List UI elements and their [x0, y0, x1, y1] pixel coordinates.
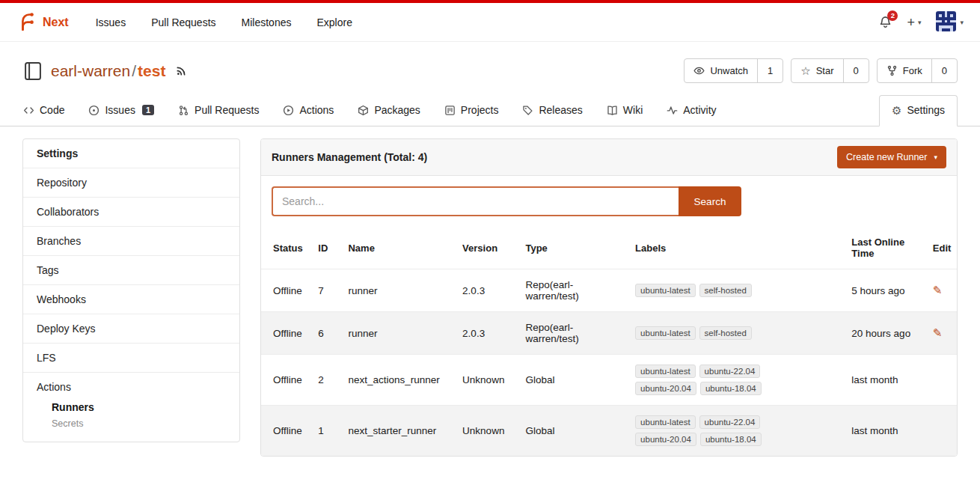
create-new-menu[interactable]: + ▾ — [907, 16, 921, 29]
tab-releases[interactable]: Releases — [521, 97, 583, 126]
pull-request-icon — [178, 105, 189, 116]
runner-last-online: 5 hours ago — [844, 269, 925, 312]
star-icon: ☆ — [800, 65, 810, 76]
repo-owner-link[interactable]: earl-warren — [51, 62, 130, 79]
runner-type: Global — [518, 355, 628, 406]
issues-count-badge: 1 — [142, 105, 154, 115]
sidebar-item-collaborators[interactable]: Collaborators — [23, 197, 239, 226]
runner-name: runner — [340, 312, 455, 355]
col-version: Version — [455, 227, 518, 269]
panel-title: Runners Management (Total: 4) — [272, 151, 427, 163]
runner-row: Offline 7 runner 2.0.3 Repo(earl-warren/… — [261, 269, 957, 312]
label-chip: ubuntu-22.04 — [699, 364, 761, 378]
rss-feed-icon[interactable] — [176, 65, 187, 76]
repo-actions: Unwatch 1 ☆ Star 0 Fork — [684, 58, 958, 83]
label-chip: ubuntu-latest — [635, 415, 696, 429]
forgejo-logo[interactable]: Next — [16, 11, 69, 34]
create-new-runner-button[interactable]: Create new Runner ▾ — [837, 146, 946, 168]
repo-header: earl-warren/test Unwatch 1 — [0, 42, 980, 83]
fork-button-group: Fork 0 — [877, 58, 958, 83]
label-chip: ubuntu-22.04 — [699, 415, 761, 429]
top-navbar: Next Issues Pull Requests Milestones Exp… — [0, 0, 980, 42]
tab-label: Projects — [461, 104, 499, 116]
tab-settings[interactable]: ⚙ Settings — [879, 95, 958, 126]
runner-last-online: 20 hours ago — [844, 312, 925, 355]
fork-button[interactable]: Fork — [878, 59, 932, 82]
tab-label: Code — [40, 104, 64, 116]
label-chip: ubuntu-latest — [635, 326, 696, 340]
runner-labels: ubuntu-latest ubuntu-22.04 ubuntu-20.04 … — [628, 355, 844, 406]
sidebar-actions-label: Actions — [37, 381, 71, 393]
runner-name: next_actions_runner — [340, 355, 455, 406]
edit-pencil-icon[interactable]: ✎ — [933, 284, 943, 296]
user-menu[interactable]: ▾ — [936, 11, 964, 34]
col-id: ID — [310, 227, 340, 269]
sidebar-subitem-secrets[interactable]: Secrets — [52, 415, 226, 432]
runner-labels: ubuntu-latest self-hosted — [628, 269, 844, 312]
runner-row: Offline 6 runner 2.0.3 Repo(earl-warren/… — [261, 312, 957, 355]
sidebar-item-webhooks[interactable]: Webhooks — [23, 284, 239, 314]
sidebar-subitem-runners[interactable]: Runners — [52, 399, 226, 415]
runner-type: Global — [518, 406, 628, 457]
edit-pencil-icon[interactable]: ✎ — [933, 326, 943, 339]
settings-content: Settings Repository Collaborators Branch… — [0, 126, 980, 457]
runner-version: Unknown — [455, 406, 518, 457]
sidebar-item-branches[interactable]: Branches — [23, 226, 239, 255]
runner-labels: ubuntu-latest self-hosted — [628, 312, 844, 355]
create-button-label: Create new Runner — [846, 152, 927, 162]
runner-type: Repo(earl-warren/test) — [518, 269, 628, 312]
tab-projects[interactable]: Projects — [444, 97, 500, 126]
runner-version: Unknown — [455, 355, 518, 406]
unwatch-button[interactable]: Unwatch — [685, 59, 758, 82]
forks-count[interactable]: 0 — [932, 59, 957, 82]
eye-icon — [693, 65, 705, 76]
tag-icon — [522, 105, 533, 116]
runner-status: Offline — [261, 312, 310, 355]
chevron-down-icon: ▾ — [918, 19, 922, 26]
tab-wiki[interactable]: Wiki — [606, 97, 643, 126]
tab-issues[interactable]: Issues 1 — [88, 97, 155, 126]
search-input[interactable] — [272, 186, 679, 216]
repo-title: earl-warren/test — [22, 61, 187, 82]
tab-pull-requests[interactable]: Pull Requests — [177, 97, 260, 126]
stars-count[interactable]: 0 — [844, 59, 869, 82]
label-chip: ubuntu-18.04 — [700, 433, 762, 446]
repo-icon — [22, 61, 43, 82]
tab-packages[interactable]: Packages — [357, 97, 420, 126]
tab-code[interactable]: Code — [22, 97, 65, 126]
instance-name: Next — [43, 16, 69, 29]
label-chip: self-hosted — [699, 326, 752, 340]
nav-issues[interactable]: Issues — [96, 16, 126, 28]
runner-status: Offline — [261, 406, 310, 457]
tab-activity[interactable]: Activity — [666, 97, 717, 126]
tab-label: Releases — [539, 104, 582, 116]
star-button-group: ☆ Star 0 — [791, 58, 869, 83]
runner-version: 2.0.3 — [455, 312, 518, 355]
runner-name: next_starter_runner — [340, 406, 455, 457]
repo-tabs: Code Issues 1 Pull Requests Actions — [0, 95, 980, 126]
nav-milestones[interactable]: Milestones — [242, 16, 292, 28]
nav-explore[interactable]: Explore — [316, 16, 352, 28]
search-row: Search — [261, 176, 957, 227]
notifications-button[interactable]: 2 — [879, 16, 892, 28]
tab-actions[interactable]: Actions — [282, 97, 334, 126]
search-group: Search — [272, 186, 741, 216]
sidebar-item-deploy-keys[interactable]: Deploy Keys — [23, 314, 239, 343]
repo-name-link[interactable]: test — [138, 62, 165, 79]
search-button[interactable]: Search — [679, 186, 741, 216]
notification-count-badge: 2 — [887, 10, 898, 21]
plus-icon: + — [907, 16, 915, 29]
tab-label: Pull Requests — [195, 104, 259, 116]
project-board-icon — [444, 105, 456, 116]
fork-label: Fork — [903, 65, 922, 76]
runner-row: Offline 1 next_starter_runner Unknown Gl… — [261, 406, 957, 457]
star-label: Star — [816, 65, 834, 76]
watchers-count[interactable]: 1 — [758, 59, 783, 82]
star-button[interactable]: ☆ Star — [791, 59, 843, 82]
nav-pull-requests[interactable]: Pull Requests — [151, 16, 215, 28]
sidebar-item-tags[interactable]: Tags — [23, 255, 239, 284]
sidebar-item-lfs[interactable]: LFS — [23, 343, 239, 372]
sidebar-item-actions[interactable]: Actions Runners Secrets — [23, 372, 239, 442]
sidebar-item-repository[interactable]: Repository — [23, 168, 239, 197]
sidebar-title-settings: Settings — [23, 139, 239, 168]
